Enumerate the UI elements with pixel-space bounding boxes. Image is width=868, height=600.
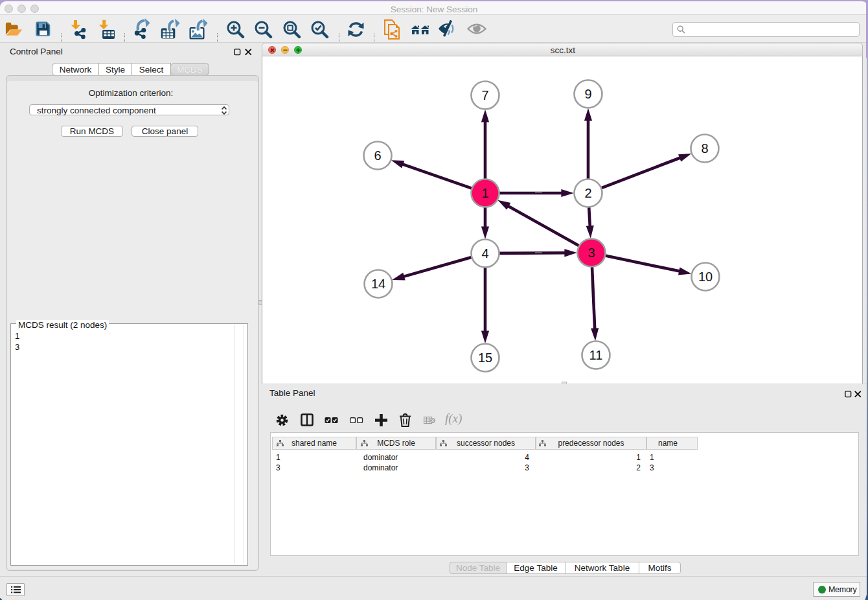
svg-text:7: 7 xyxy=(481,88,488,102)
svg-text:1: 1 xyxy=(481,186,488,200)
svg-text:4: 4 xyxy=(481,246,488,260)
svg-text:2: 2 xyxy=(584,186,591,200)
svg-text:10: 10 xyxy=(698,270,713,284)
svg-text:3: 3 xyxy=(588,246,595,260)
svg-text:15: 15 xyxy=(478,351,492,365)
svg-text:11: 11 xyxy=(589,348,603,362)
svg-text:14: 14 xyxy=(371,277,385,291)
svg-text:6: 6 xyxy=(374,148,381,163)
svg-text:8: 8 xyxy=(701,141,708,156)
svg-text:9: 9 xyxy=(584,87,591,101)
